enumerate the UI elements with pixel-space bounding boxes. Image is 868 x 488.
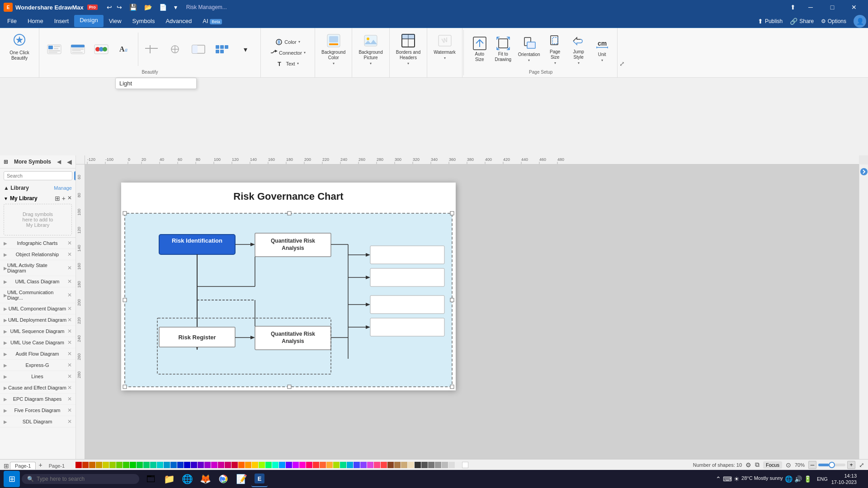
sidebar-collapse-button[interactable]: ◀ xyxy=(57,159,61,165)
remove-icon[interactable]: ✕ xyxy=(67,292,72,298)
menu-file[interactable]: File xyxy=(2,16,22,26)
color-swatch[interactable] xyxy=(272,462,278,468)
orientation-button[interactable]: Orientation ▾ xyxy=(515,35,543,64)
remove-icon[interactable]: ✕ xyxy=(67,418,72,425)
color-swatch[interactable] xyxy=(130,462,136,468)
options-button[interactable]: ⚙ Options xyxy=(821,18,846,24)
color-swatch[interactable] xyxy=(252,462,258,468)
add-page-icon[interactable]: ⊞ xyxy=(4,462,9,469)
page-tab-bottom[interactable]: Page-1 xyxy=(45,462,68,469)
list-item[interactable]: ▶ UML Sequence Diagram ✕ xyxy=(0,326,75,337)
color-swatch[interactable] xyxy=(225,462,231,468)
library-label[interactable]: ▲ Library xyxy=(4,185,29,191)
add-item-button[interactable]: + xyxy=(62,195,66,202)
color-swatch[interactable] xyxy=(462,462,468,468)
close-library-button[interactable]: ✕ xyxy=(67,195,72,202)
color-swatch[interactable] xyxy=(415,462,421,468)
color-swatch[interactable] xyxy=(367,462,373,468)
color-swatch[interactable] xyxy=(109,462,116,468)
tray-battery-icon[interactable]: 🔋 xyxy=(804,475,811,483)
color-swatch[interactable] xyxy=(320,462,326,468)
color-swatch[interactable] xyxy=(75,462,82,468)
tray-up-arrow[interactable]: ⌃ xyxy=(716,475,721,483)
color-swatch[interactable] xyxy=(157,462,163,468)
remove-icon[interactable]: ✕ xyxy=(67,305,72,312)
sidebar-close-button[interactable]: ◀ xyxy=(67,158,72,165)
color-swatch[interactable] xyxy=(150,462,156,468)
watermark-button[interactable]: W Watermark ▾ xyxy=(431,31,458,62)
color-swatch[interactable] xyxy=(82,462,89,468)
list-item[interactable]: ▶ Express-G ✕ xyxy=(0,360,75,371)
color-swatch[interactable] xyxy=(279,462,285,468)
color-swatch[interactable] xyxy=(360,462,367,468)
connector-dropdown-button[interactable]: Connector ▾ xyxy=(268,48,307,57)
list-item[interactable]: ▶ UML Communication Diagr... ✕ xyxy=(0,287,75,303)
remove-icon[interactable]: ✕ xyxy=(67,278,72,285)
ribbon-expand-button[interactable]: ⤢ xyxy=(619,60,625,67)
color-swatch[interactable] xyxy=(96,462,102,468)
color-swatch[interactable] xyxy=(177,462,184,468)
fit-page-button[interactable]: ⤢ xyxy=(859,461,864,469)
color-swatch[interactable] xyxy=(401,462,407,468)
theme-selector[interactable]: Light xyxy=(115,78,197,89)
text-dropdown-button[interactable]: T Text ▾ xyxy=(268,59,307,68)
zoom-out-button[interactable]: ─ xyxy=(808,461,816,469)
list-item[interactable]: ▶ Object Relationship ✕ xyxy=(0,249,75,260)
color-swatch[interactable] xyxy=(326,462,333,468)
share-button[interactable]: 🔗 Share xyxy=(790,18,814,25)
add-page-button[interactable]: + xyxy=(37,460,44,469)
manage-button[interactable]: Manage xyxy=(54,185,72,191)
redo-button[interactable]: ↪ xyxy=(115,3,124,12)
color-swatch[interactable] xyxy=(292,462,299,468)
tray-network-icon[interactable]: 🌐 xyxy=(785,475,793,483)
color-swatch[interactable] xyxy=(211,462,217,468)
layout-more-button[interactable]: ▾ xyxy=(234,43,257,56)
color-swatch[interactable] xyxy=(333,462,340,468)
undo-button[interactable]: ↩ xyxy=(105,3,114,12)
focus-mode-button[interactable]: Focus xyxy=(763,461,782,469)
save-button[interactable]: 💾 xyxy=(127,3,139,12)
theme-color1-button[interactable] xyxy=(90,42,113,56)
right-panel-icon[interactable] xyxy=(860,168,868,175)
color-swatch[interactable] xyxy=(170,462,177,468)
color-swatch[interactable] xyxy=(435,462,441,468)
color-swatch[interactable] xyxy=(204,462,211,468)
canvas-area[interactable]: -120 -100 0 20 40 60 80 100 120 140 160 … xyxy=(76,155,868,488)
list-item[interactable]: ▶ Infographic Charts ✕ xyxy=(0,238,75,249)
settings-icon[interactable]: ⚙ xyxy=(745,461,751,469)
taskbar-app-word[interactable]: 📝 xyxy=(233,471,250,487)
user-avatar[interactable]: 👤 xyxy=(854,15,866,28)
tray-keyboard-icon[interactable]: ⌨ xyxy=(723,475,732,483)
color-swatch[interactable] xyxy=(286,462,292,468)
my-library-expand-icon[interactable]: ▼ xyxy=(4,196,8,201)
taskbar-search-input[interactable] xyxy=(37,476,134,482)
remove-icon[interactable]: ✕ xyxy=(67,251,72,258)
menu-view[interactable]: View xyxy=(104,16,127,26)
color-swatch[interactable] xyxy=(259,462,265,468)
publish-button[interactable]: ⬆ Publish xyxy=(758,18,783,25)
add-library-button[interactable]: ⊞ xyxy=(55,195,60,202)
color-swatch[interactable] xyxy=(265,462,272,468)
color-swatch[interactable] xyxy=(123,462,129,468)
color-swatch[interactable] xyxy=(137,462,143,468)
remove-icon[interactable]: ✕ xyxy=(67,351,72,357)
list-item[interactable]: ▶ Cause and Effect Diagram ✕ xyxy=(0,382,75,394)
list-item[interactable]: ▶ UML Class Diagram ✕ xyxy=(0,276,75,287)
color-swatch[interactable] xyxy=(143,462,150,468)
taskbar-app-files[interactable]: 📁 xyxy=(161,471,177,487)
taskbar-app-chrome[interactable] xyxy=(215,471,231,487)
color-swatch[interactable] xyxy=(387,462,394,468)
fit-to-drawing-button[interactable]: Fit toDrawing xyxy=(492,34,514,64)
color-dropdown-button[interactable]: Color ▾ xyxy=(268,38,307,47)
color-swatch[interactable] xyxy=(299,462,306,468)
unit-button[interactable]: cm Unit ▾ xyxy=(591,35,613,64)
list-item[interactable]: ▶ UML Component Diagram ✕ xyxy=(0,303,75,314)
remove-icon[interactable]: ✕ xyxy=(67,240,72,246)
list-item[interactable]: ▶ EPC Diagram Shapes ✕ xyxy=(0,394,75,405)
menu-symbols[interactable]: Symbols xyxy=(127,16,160,26)
color-swatch[interactable] xyxy=(191,462,197,468)
remove-icon[interactable]: ✕ xyxy=(67,265,72,271)
remove-icon[interactable]: ✕ xyxy=(67,362,72,368)
color-swatch[interactable] xyxy=(103,462,109,468)
color-swatch[interactable] xyxy=(442,462,448,468)
